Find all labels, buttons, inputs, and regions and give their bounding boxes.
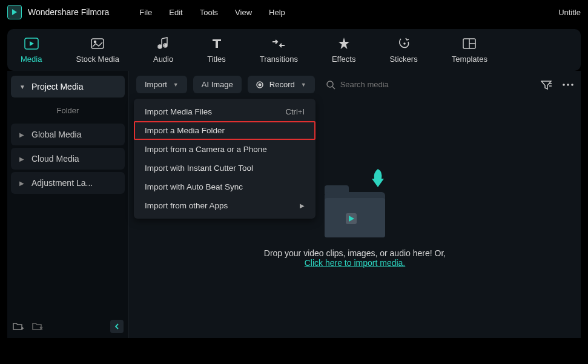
dd-import-instant-cutter[interactable]: Import with Instant Cutter Tool	[134, 159, 315, 177]
import-button[interactable]: Import ▼	[136, 76, 187, 93]
sidebar-item-global-media[interactable]: ▶ Global Media	[11, 124, 125, 145]
sidebar-bottom	[12, 320, 124, 333]
tab-templates[interactable]: Templates	[447, 34, 492, 66]
search-input[interactable]	[340, 80, 461, 89]
dd-import-auto-beat-sync[interactable]: Import with Auto Beat Sync	[134, 177, 315, 196]
new-folder-icon[interactable]	[12, 320, 24, 333]
tab-stickers[interactable]: Stickers	[385, 34, 422, 66]
tab-effects[interactable]: Effects	[327, 34, 361, 66]
download-arrow-icon	[367, 168, 385, 190]
tab-transitions[interactable]: Transitions	[255, 34, 303, 66]
svg-point-3	[94, 41, 96, 43]
delete-folder-icon[interactable]	[31, 320, 44, 333]
titles-icon	[210, 36, 224, 51]
menu-view[interactable]: View	[235, 8, 252, 17]
svg-marker-1	[30, 41, 34, 46]
menu-help[interactable]: Help	[269, 8, 285, 17]
tab-media[interactable]: Media	[16, 34, 47, 66]
dd-import-other-apps[interactable]: Import from other Apps ▶	[134, 196, 315, 215]
chevron-down-icon: ▼	[301, 82, 306, 88]
collapse-sidebar-button[interactable]	[110, 320, 124, 333]
body-wrap: ▼ Project Media Folder ▶ Global Media ▶ …	[0, 71, 588, 338]
menu-file[interactable]: File	[139, 8, 152, 17]
search-icon	[326, 80, 335, 90]
titlebar: Wondershare Filmora File Edit Tools View…	[0, 0, 588, 24]
drop-text: Drop your video clips, images, or audio …	[264, 248, 446, 268]
filmora-logo-icon	[346, 213, 357, 224]
filter-icon[interactable]	[541, 80, 552, 90]
toolbar-wrap: Media Stock Media Audio Titles Transitio…	[0, 24, 588, 71]
menubar: File Edit Tools View Help	[139, 8, 285, 17]
import-dropdown: Import Media Files Ctrl+I Import a Media…	[134, 99, 315, 219]
sidebar-item-cloud-media[interactable]: ▶ Cloud Media	[11, 148, 125, 170]
ai-image-button[interactable]: AI Image	[193, 76, 242, 93]
main-panel: Import ▼ AI Image Record ▼ Import	[128, 71, 581, 338]
stock-media-icon	[90, 36, 105, 51]
chevron-right-icon: ▶	[19, 180, 27, 187]
menu-edit[interactable]: Edit	[169, 8, 182, 17]
record-icon	[256, 81, 263, 88]
media-icon	[24, 36, 39, 51]
svg-point-15	[571, 84, 573, 86]
stickers-icon	[397, 36, 411, 51]
app-logo-wrap: Wondershare Filmora	[7, 5, 109, 19]
tab-stock-media[interactable]: Stock Media	[71, 34, 124, 66]
main-toolbar: Media Stock Media Audio Titles Transitio…	[7, 29, 581, 71]
folder-illustration	[319, 171, 391, 237]
tab-audio[interactable]: Audio	[148, 34, 178, 66]
main-top-bar: Import ▼ AI Image Record ▼	[129, 71, 581, 98]
svg-point-4	[159, 45, 162, 48]
chevron-down-icon: ▼	[19, 84, 27, 90]
chevron-down-icon: ▼	[173, 82, 179, 88]
sidebar: ▼ Project Media Folder ▶ Global Media ▶ …	[7, 71, 128, 338]
top-right-icons	[541, 80, 573, 90]
tab-titles[interactable]: Titles	[202, 34, 231, 66]
menu-tools[interactable]: Tools	[200, 8, 218, 17]
svg-point-6	[404, 43, 405, 44]
svg-point-11	[258, 83, 261, 86]
sidebar-item-folder[interactable]: Folder	[11, 100, 125, 121]
svg-point-12	[327, 81, 333, 87]
app-name: Wondershare Filmora	[28, 7, 109, 17]
chevron-right-icon: ▶	[300, 202, 305, 209]
search-wrap	[326, 80, 535, 90]
svg-point-13	[563, 84, 565, 86]
dd-import-media-files[interactable]: Import Media Files Ctrl+I	[134, 102, 315, 121]
templates-icon	[462, 36, 477, 51]
chevron-right-icon: ▶	[19, 131, 27, 138]
record-button[interactable]: Record ▼	[248, 76, 315, 93]
chevron-right-icon: ▶	[19, 156, 27, 162]
sidebar-item-project-media[interactable]: ▼ Project Media	[11, 76, 125, 98]
app-logo-icon	[7, 5, 22, 19]
import-link[interactable]: Click here to import media.	[305, 258, 406, 268]
dd-import-camera-phone[interactable]: Import from a Camera or a Phone	[134, 140, 315, 159]
sidebar-item-adjustment-layer[interactable]: ▶ Adjustment La...	[11, 172, 125, 194]
effects-icon	[337, 36, 351, 51]
svg-point-5	[164, 44, 167, 47]
window-title: Untitle	[558, 8, 581, 17]
audio-icon	[156, 36, 171, 51]
transitions-icon	[271, 36, 286, 51]
svg-point-14	[567, 84, 569, 86]
dd-import-media-folder[interactable]: Import a Media Folder	[134, 121, 315, 140]
more-icon[interactable]	[563, 84, 573, 86]
